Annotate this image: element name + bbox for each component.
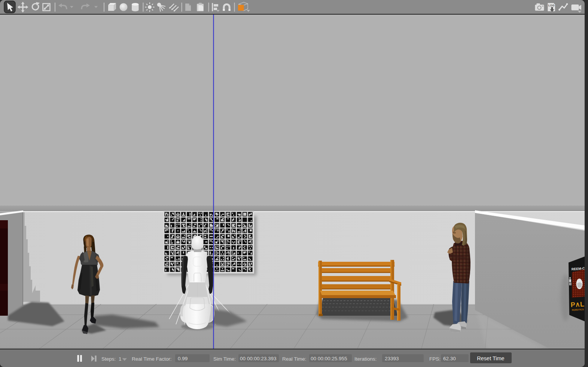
svg-text:P∧L: P∧L: [570, 300, 584, 309]
svg-text:FPS:: FPS:: [429, 356, 441, 362]
svg-text:Real Time:: Real Time:: [282, 356, 307, 362]
svg-text:00 00:00:23.393: 00 00:00:23.393: [240, 356, 277, 361]
svg-text:23393: 23393: [385, 356, 399, 361]
svg-text:62.30: 62.30: [443, 356, 456, 361]
svg-text:Steps:: Steps:: [101, 356, 116, 362]
svg-text:Sim Time:: Sim Time:: [213, 356, 236, 362]
svg-text:1: 1: [119, 356, 122, 362]
svg-text:Iterations:: Iterations:: [354, 356, 377, 362]
svg-text:0.99: 0.99: [178, 356, 188, 361]
svg-text:Reset Time: Reset Time: [477, 355, 504, 361]
svg-text:LOG: LOG: [548, 4, 554, 7]
svg-text:00 00:00:25.955: 00 00:00:25.955: [311, 356, 347, 361]
svg-text:Real Time Factor:: Real Time Factor:: [132, 356, 172, 362]
